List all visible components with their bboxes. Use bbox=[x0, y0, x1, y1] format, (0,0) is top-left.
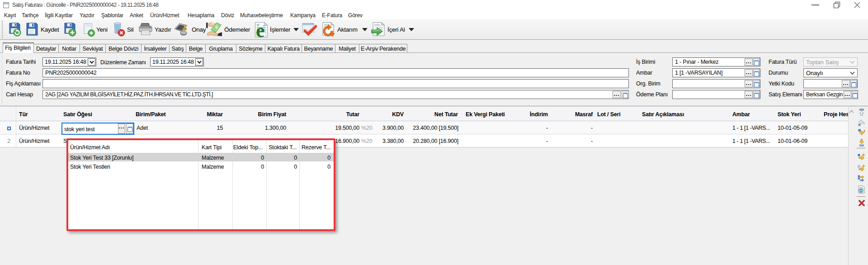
svg-text:e: e bbox=[256, 22, 265, 38]
